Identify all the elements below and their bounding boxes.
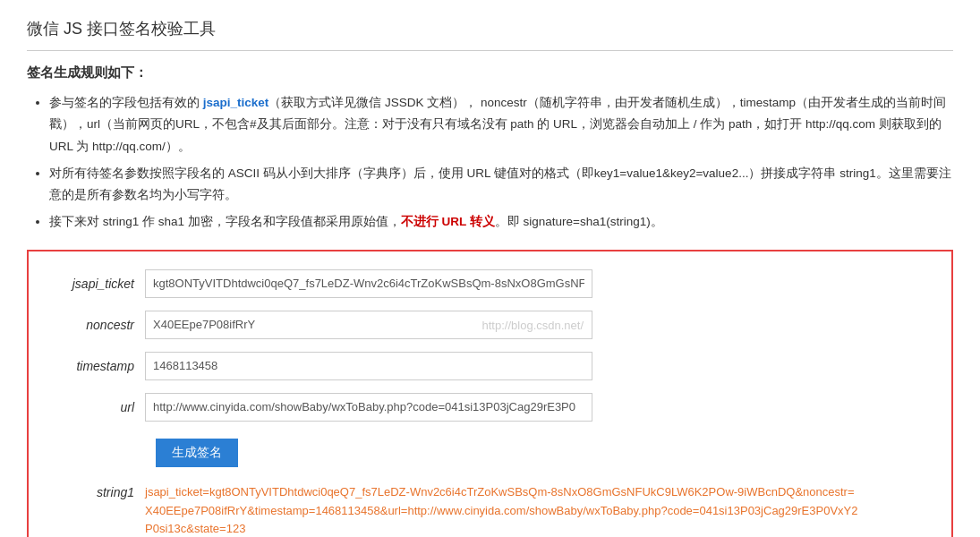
url-label: url <box>55 400 145 414</box>
noncestr-input[interactable] <box>145 311 592 339</box>
noncestr-label: noncestr <box>55 318 145 332</box>
result-section: string1 jsapi_ticket=kgt8ONTyVITDhtdwci0… <box>55 483 925 537</box>
tool-container: jsapi_ticket noncestr http://blog.csdn.n… <box>27 250 953 537</box>
timestamp-row: timestamp <box>55 352 925 380</box>
string1-label: string1 <box>55 483 145 499</box>
string1-value: jsapi_ticket=kgt8ONTyVITDhtdwci0qeQ7_fs7… <box>145 483 861 537</box>
timestamp-input[interactable] <box>145 352 592 380</box>
jsapi-ticket-row: jsapi_ticket <box>55 269 925 298</box>
timestamp-label: timestamp <box>55 359 145 373</box>
string1-row: string1 jsapi_ticket=kgt8ONTyVITDhtdwci0… <box>55 483 925 537</box>
rules-list: 参与签名的字段包括有效的 jsapi_ticket（获取方式详见微信 JSSDK… <box>27 92 953 234</box>
noncestr-row: noncestr http://blog.csdn.net/ <box>55 311 925 339</box>
rule-item-3: 接下来对 string1 作 sha1 加密，字段名和字段值都采用原始值，不进行… <box>49 211 953 233</box>
rule-item-1: 参与签名的字段包括有效的 jsapi_ticket（获取方式详见微信 JSSDK… <box>49 92 953 158</box>
rules-section-title: 签名生成规则如下： <box>27 64 953 81</box>
url-row: url <box>55 393 925 422</box>
generate-button[interactable]: 生成签名 <box>156 439 238 467</box>
no-url-encode-highlight: 不进行 URL 转义 <box>401 215 495 228</box>
page-title: 微信 JS 接口签名校验工具 <box>27 18 953 51</box>
rule-item-2: 对所有待签名参数按照字段名的 ASCII 码从小到大排序（字典序）后，使用 UR… <box>49 163 953 207</box>
jsapi-ticket-highlight: jsapi_ticket <box>203 96 269 109</box>
jsapi-ticket-input[interactable] <box>145 269 592 298</box>
url-input[interactable] <box>145 393 592 422</box>
jsapi-ticket-label: jsapi_ticket <box>55 277 145 291</box>
